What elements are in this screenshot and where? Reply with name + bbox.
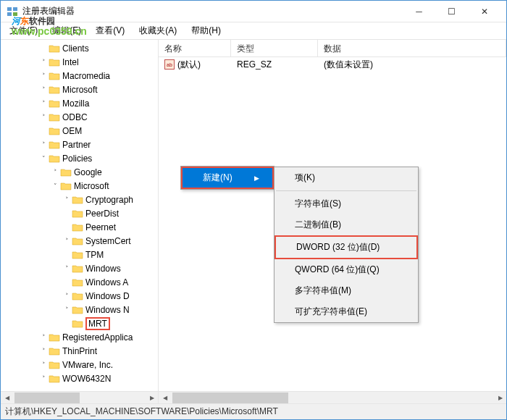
tree-expander-icon[interactable]: ˃ <box>62 236 72 246</box>
tree-expander-icon[interactable]: ˃ <box>62 305 72 315</box>
tree-expander-icon[interactable]: ˃ <box>38 85 49 95</box>
tree-item[interactable]: Windows A <box>1 275 158 289</box>
menu-favorites[interactable]: 收藏夹(A) <box>133 22 183 39</box>
tree-item[interactable]: ˃ODBC <box>1 110 158 124</box>
maximize-button[interactable]: ☐ <box>435 1 468 22</box>
tree-expander-icon[interactable]: ˃ <box>38 140 49 150</box>
minimize-button[interactable]: ─ <box>403 1 435 22</box>
tree-item[interactable]: Clients <box>1 41 158 55</box>
context-menu-new-label: 新建(N) <box>203 172 232 184</box>
submenu-multi[interactable]: 多字符串值(M) <box>275 280 418 301</box>
list-body[interactable]: ab (默认) REG_SZ (数值未设置) 新建(N) ▶ 项(K) <box>159 57 506 403</box>
tree-expander-icon[interactable]: ˅ <box>38 154 49 164</box>
tree-panel: Clients˃Intel˃Macromedia˃Microsoft˃Mozil… <box>1 40 159 403</box>
folder-icon <box>60 167 72 177</box>
tree-item[interactable]: ˃Microsoft <box>1 83 158 96</box>
tree-expander-icon[interactable]: ˃ <box>50 167 60 177</box>
scroll-left-icon[interactable]: ◀ <box>159 392 171 404</box>
tree-item-label: Policies <box>62 154 92 164</box>
tree-item[interactable]: Peernet <box>1 220 158 234</box>
scrollbar-thumb[interactable] <box>172 392 288 403</box>
submenu-string[interactable]: 字符串值(S) <box>275 193 418 214</box>
tree-item[interactable]: ˃VMware, Inc. <box>1 358 158 371</box>
folder-icon <box>49 98 60 109</box>
tree-item[interactable]: ˃Windows <box>1 261 158 275</box>
tree-item[interactable]: ˃ThinPrint <box>1 344 158 358</box>
folder-icon <box>49 43 60 54</box>
list-row[interactable]: ab (默认) REG_SZ (数值未设置) <box>159 57 506 72</box>
tree-item[interactable]: PeerDist <box>1 206 158 220</box>
tree-item[interactable]: ˃Mozilla <box>1 96 158 110</box>
tree-expander-icon[interactable]: ˃ <box>38 374 49 384</box>
col-name[interactable]: 名称 <box>159 40 231 56</box>
tree-item-label: Peernet <box>85 222 116 232</box>
tree-item[interactable]: OEM <box>1 124 158 138</box>
list-scrollbar-horizontal[interactable]: ◀ ▶ <box>159 391 506 403</box>
folder-icon <box>72 264 83 274</box>
tree-expander-icon[interactable]: ˃ <box>38 57 49 67</box>
tree-expander-icon[interactable] <box>62 277 72 287</box>
tree-item-label: OEM <box>62 126 82 136</box>
menu-view[interactable]: 查看(V) <box>90 22 130 39</box>
tree-item[interactable]: ˃Google <box>1 165 158 179</box>
tree-item[interactable]: ˃Windows D <box>1 289 158 303</box>
registry-tree[interactable]: Clients˃Intel˃Macromedia˃Microsoft˃Mozil… <box>1 40 158 391</box>
submenu-expand[interactable]: 可扩充字符串值(E) <box>275 301 418 322</box>
tree-expander-icon[interactable] <box>62 222 72 232</box>
tree-scrollbar-horizontal[interactable]: ◀ ▶ <box>1 391 158 403</box>
tree-item[interactable]: ˃Cryptograph <box>1 193 158 206</box>
tree-item[interactable]: ˃Macromedia <box>1 69 158 83</box>
tree-item[interactable]: TPM <box>1 248 158 261</box>
close-button[interactable]: ✕ <box>468 1 500 22</box>
submenu-key[interactable]: 项(K) <box>275 167 418 188</box>
folder-icon <box>72 277 83 287</box>
tree-item[interactable]: ˃Intel <box>1 55 158 69</box>
tree-item-label: Macromedia <box>62 71 110 81</box>
tree-expander-icon[interactable]: ˃ <box>38 332 49 343</box>
highlight-dword: DWORD (32 位)值(D) <box>275 235 418 259</box>
menubar: 文件(F) 编辑(E) 查看(V) 收藏夹(A) 帮助(H) <box>1 22 506 40</box>
tree-item[interactable]: ˃WOW6432N <box>1 371 158 385</box>
tree-expander-icon[interactable]: ˃ <box>62 264 72 274</box>
scroll-right-icon[interactable]: ▶ <box>146 392 158 404</box>
tree-item[interactable]: ˃SystemCert <box>1 234 158 248</box>
tree-expander-icon[interactable] <box>62 209 72 219</box>
list-header: 名称 类型 数据 <box>159 40 506 57</box>
col-data[interactable]: 数据 <box>318 40 506 56</box>
tree-expander-icon[interactable]: ˃ <box>38 360 49 370</box>
tree-expander-icon[interactable] <box>62 319 72 329</box>
tree-expander-icon[interactable] <box>38 126 49 136</box>
tree-item[interactable]: ˅Microsoft <box>1 179 158 193</box>
tree-expander-icon[interactable]: ˃ <box>38 71 49 81</box>
tree-item-label: Microsoft <box>74 181 109 191</box>
folder-icon <box>72 209 83 219</box>
context-menu-new[interactable]: 新建(N) ▶ <box>183 168 272 188</box>
tree-item-label: RegisteredApplica <box>62 332 133 343</box>
tree-item[interactable]: MRT <box>1 316 158 330</box>
col-type[interactable]: 类型 <box>231 40 318 56</box>
tree-expander-icon[interactable]: ˃ <box>38 98 49 109</box>
scroll-right-icon[interactable]: ▶ <box>494 392 506 404</box>
tree-expander-icon[interactable]: ˃ <box>38 112 49 122</box>
submenu-dword[interactable]: DWORD (32 位)值(D) <box>276 237 416 258</box>
menu-help[interactable]: 帮助(H) <box>185 22 227 39</box>
folder-icon <box>49 332 60 343</box>
menu-file[interactable]: 文件(F) <box>4 22 43 39</box>
values-panel: 名称 类型 数据 ab (默认) REG_SZ (数值未设置) 新建(N) ▶ <box>159 40 506 403</box>
tree-item[interactable]: ˃Windows N <box>1 303 158 316</box>
tree-expander-icon[interactable]: ˃ <box>62 291 72 301</box>
tree-expander-icon[interactable]: ˃ <box>62 195 72 205</box>
menu-edit[interactable]: 编辑(E) <box>46 22 87 39</box>
tree-item[interactable]: ˅Policies <box>1 151 158 165</box>
scrollbar-thumb[interactable] <box>14 392 80 403</box>
tree-expander-icon[interactable] <box>62 250 72 260</box>
tree-expander-icon[interactable] <box>38 43 49 54</box>
tree-expander-icon[interactable]: ˃ <box>38 346 49 356</box>
scroll-left-icon[interactable]: ◀ <box>1 392 13 404</box>
submenu-binary[interactable]: 二进制值(B) <box>275 214 418 235</box>
tree-item-label: Partner <box>62 140 91 150</box>
tree-item[interactable]: ˃RegisteredApplica <box>1 330 158 344</box>
tree-expander-icon[interactable]: ˅ <box>50 181 60 191</box>
tree-item[interactable]: ˃Partner <box>1 138 158 151</box>
submenu-qword[interactable]: QWORD (64 位)值(Q) <box>275 259 418 280</box>
